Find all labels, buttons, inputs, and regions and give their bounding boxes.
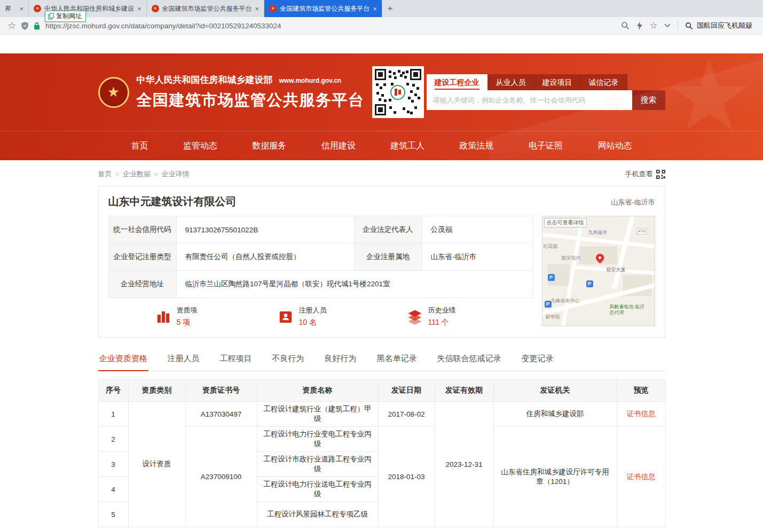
brand-text: 中华人民共和国住房和城乡建设部 www.mohurd.gov.cn 全国建筑市场… <box>137 74 365 111</box>
company-map[interactable]: 点击可查看详情 ATM P P P 九州超市 纪花园 联安现代 联安大厦 九峰商… <box>542 216 655 326</box>
company-stats: 资质项 5 项 注册人员 10 名 历史业绩 111 个 <box>108 306 533 327</box>
search-button[interactable]: 搜索 <box>632 90 665 110</box>
cell-cert-no: A237009100 <box>185 427 257 527</box>
search-tab-enterprise[interactable]: 建设工程企业 <box>427 74 488 90</box>
cell-qual-name: 工程设计电力行业变电工程专业丙级 <box>257 427 378 452</box>
stat-value: 10 名 <box>299 318 327 327</box>
browser-tab-3[interactable]: ★ 全国建筑市场监管公共服务平台 × <box>147 0 265 17</box>
nav-item-policy[interactable]: 政策法规 <box>460 140 494 152</box>
address-bar-left: ☆ <box>7 21 40 30</box>
breadcrumb: 首页 > 企业数据 > 企业详情 <box>98 169 190 179</box>
breadcrumb-home[interactable]: 首页 <box>98 169 112 179</box>
col-header: 发证有效期 <box>435 380 493 402</box>
tab-close-icon[interactable]: × <box>255 5 259 13</box>
certificate-info-link[interactable]: 证书信息 <box>627 410 656 418</box>
detail-tabs: 企业资质资格 注册人员 工程项目 不良行为 良好行为 黑名单记录 失信联合惩戒记… <box>98 349 665 371</box>
copy-url-tooltip[interactable]: 复制网址 <box>45 11 86 22</box>
browser-tab-bar: 界 × ★ 中华人民共和国住房和城乡建设 × ★ 全国建筑市场监管公共服务平台 … <box>0 0 763 17</box>
tab-close-icon[interactable]: × <box>373 5 377 13</box>
tab-qualifications[interactable]: 企业资质资格 <box>98 349 148 371</box>
col-header: 资质证书号 <box>185 380 257 402</box>
reg-region-value: 山东省-临沂市 <box>422 244 533 271</box>
tab-bad-behavior[interactable]: 不良行为 <box>271 349 305 371</box>
breadcrumb-company-data[interactable]: 企业数据 <box>123 169 151 179</box>
mobile-view-label: 手机查看 <box>625 169 653 179</box>
zoom-icon[interactable] <box>621 21 630 30</box>
nav-item-workers[interactable]: 建筑工人 <box>390 140 424 152</box>
tab-close-icon[interactable]: × <box>19 5 23 13</box>
ministry-url: www.mohurd.gov.cn <box>279 77 342 84</box>
cell-validity: 2023-12-31 <box>435 402 493 527</box>
tab-blacklist[interactable]: 黑名单记录 <box>376 349 418 371</box>
legal-rep-value: 公茂福 <box>422 216 533 244</box>
bookmark-star-icon[interactable]: ☆ <box>7 21 16 30</box>
cell-issue-date: 2017-08-02 <box>378 402 435 427</box>
address-bar[interactable]: ☆ https://jzsc.mohurd.gov.cn/data/compan… <box>0 17 763 35</box>
shield-icon[interactable] <box>21 21 29 30</box>
nav-item-supervision[interactable]: 监管动态 <box>183 140 217 152</box>
nav-item-home[interactable]: 首页 <box>131 140 148 152</box>
tab-title: 全国建筑市场监管公共服务平台 <box>162 4 252 13</box>
search-input[interactable] <box>427 90 632 110</box>
header-banner: ★ 中华人民共和国住房和城乡建设部 www.mohurd.gov.cn 全国建筑… <box>98 53 665 131</box>
search-tab-project[interactable]: 建设项目 <box>534 74 581 90</box>
tab-good-behavior[interactable]: 良好行为 <box>324 349 358 371</box>
stat-label: 资质项 <box>177 306 198 315</box>
cell-no: 1 <box>98 402 128 427</box>
breadcrumb-row: 首页 > 企业数据 > 企业详情 手机查看 <box>98 168 665 180</box>
col-header: 序号 <box>98 380 128 402</box>
search-tab-personnel[interactable]: 从业人员 <box>488 74 534 90</box>
stat-label: 注册人员 <box>299 306 327 315</box>
map-place-label: 九峰商务中心 <box>551 298 580 304</box>
company-region: 山东省-临沂市 <box>611 198 655 207</box>
lock-icon <box>34 22 40 30</box>
nav-item-site-news[interactable]: 网站动态 <box>597 140 632 152</box>
stat-value: 5 项 <box>177 318 198 327</box>
table-header-row: 序号 资质类别 资质证书号 资质名称 发证日期 发证有效期 发证机关 预览 <box>98 380 665 402</box>
address-bar-actions: ☆ 国航回应飞机颠簸 <box>621 21 756 30</box>
site-favicon-icon: ★ <box>269 5 277 12</box>
copy-icon <box>48 13 54 20</box>
mobile-view-button[interactable]: 手机查看 <box>625 169 665 179</box>
search-panel: 建设工程企业 从业人员 建设项目 诚信记录 搜索 <box>427 74 665 110</box>
stat-historical-performance[interactable]: 历史业绩 111 个 <box>407 306 456 327</box>
tab-change-records[interactable]: 变更记录 <box>521 349 555 371</box>
nav-item-credit[interactable]: 信用建设 <box>321 140 356 152</box>
cell-no: 2 <box>98 427 128 452</box>
cell-qual-name: 工程设计市政行业道路工程专业丙级 <box>257 452 378 477</box>
browser-tab-active[interactable]: ★ 全国建筑市场监管公共服务平台 × <box>264 0 382 17</box>
site-header: ★ ★ ★ 中华人民共和国住房和城乡建设部 www.mohurd.gov.cn … <box>0 53 763 160</box>
tab-registered-personnel[interactable]: 注册人员 <box>167 349 201 371</box>
national-emblem-icon: ★ <box>98 77 129 108</box>
platform-title: 全国建筑市场监管公共服务平台 <box>137 90 365 111</box>
tab-projects[interactable]: 工程项目 <box>219 349 253 371</box>
nav-item-e-license[interactable]: 电子证照 <box>529 140 563 152</box>
stat-label: 历史业绩 <box>428 306 456 315</box>
certificate-info-link[interactable]: 证书信息 <box>627 473 656 481</box>
cell-no: 4 <box>98 477 128 502</box>
cell-issue-date: 2018-01-03 <box>378 427 435 527</box>
url-field[interactable]: https://jzsc.mohurd.gov.cn/data/company/… <box>45 22 616 30</box>
hot-search[interactable]: 国航回应飞机颠簸 <box>685 21 756 30</box>
stat-registered-personnel[interactable]: 注册人员 10 名 <box>278 306 327 327</box>
tab-title: 界 <box>5 4 16 13</box>
spacer <box>0 35 763 53</box>
map-place-label: 联安大厦 <box>607 267 626 273</box>
add-bookmark-icon[interactable]: ☆ <box>650 21 657 30</box>
new-tab-button[interactable]: + <box>382 0 398 17</box>
reg-type-value: 有限责任公司（自然人投资或控股） <box>176 244 354 271</box>
speed-mode-icon[interactable] <box>636 21 643 30</box>
stat-qualifications[interactable]: 资质项 5 项 <box>155 306 198 327</box>
browser-tab-1[interactable]: 界 × <box>0 0 29 17</box>
map-place-label: 九州超市 <box>588 229 608 236</box>
tab-close-icon[interactable]: × <box>137 5 141 13</box>
info-label: 企业法定代表人 <box>354 216 422 244</box>
breadcrumb-sep-icon: > <box>154 171 158 177</box>
tab-dishonesty-records[interactable]: 失信联合惩戒记录 <box>436 349 502 371</box>
atm-label: ATM <box>636 228 647 234</box>
col-header: 发证机关 <box>493 380 617 402</box>
nav-item-data-service[interactable]: 数据服务 <box>252 140 286 152</box>
chevron-down-icon[interactable] <box>664 24 671 28</box>
search-tab-credit[interactable]: 诚信记录 <box>581 74 627 90</box>
emblem-star-icon: ★ <box>107 84 120 100</box>
